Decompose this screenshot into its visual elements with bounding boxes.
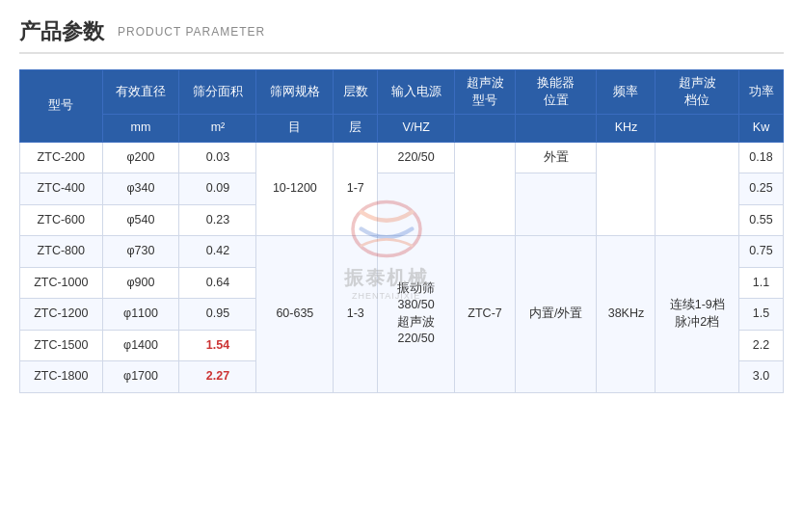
table-container: 振泰机械 ZHENTAIJIXIE 型号 有效直径 筛分面积 筛网规格 层数 输… — [19, 69, 784, 393]
th-gear-label: 超声波档位 — [656, 70, 739, 115]
th-ultrasonic-model-label: 超声波型号 — [455, 70, 516, 115]
td-transducer-pos: 内置/外置 — [515, 236, 597, 393]
th-layers-unit: 层 — [334, 115, 378, 143]
td-model: ZTC-400 — [20, 173, 103, 205]
th-power-unit: Kw — [739, 115, 784, 143]
th-diameter-unit: mm — [102, 115, 179, 143]
td-model: ZTC-1200 — [20, 299, 103, 331]
td-diameter: φ900 — [102, 267, 179, 299]
th-diameter-label: 有效直径 — [102, 70, 179, 115]
td-layers: 1-7 — [334, 142, 378, 236]
td-power: 0.75 — [739, 236, 784, 268]
th-freq-unit: KHz — [597, 115, 656, 143]
td-diameter: φ1400 — [102, 330, 179, 361]
product-table: 型号 有效直径 筛分面积 筛网规格 层数 输入电源 超声波型号 换能器位置 频率… — [19, 69, 784, 393]
th-power-input-label: 输入电源 — [378, 70, 455, 115]
td-area: 2.27 — [179, 361, 256, 393]
td-model: ZTC-800 — [20, 236, 103, 268]
td-power-input: 振动筛380/50超声波220/50 — [378, 236, 455, 393]
th-area-unit: m² — [179, 115, 256, 143]
td-power: 3.0 — [739, 361, 784, 393]
td-area: 0.03 — [179, 142, 256, 173]
td-power: 0.55 — [739, 204, 784, 236]
th-mesh-unit: 目 — [256, 115, 334, 143]
table-row: ZTC-200φ2000.0310-12001-7220/50外置0.18 — [20, 142, 784, 173]
table-row: ZTC-800φ7300.4260-6351-3振动筛380/50超声波220/… — [20, 236, 784, 268]
td-model: ZTC-1500 — [20, 330, 103, 361]
td-model: ZTC-600 — [20, 204, 103, 236]
td-model: ZTC-1800 — [20, 361, 103, 393]
td-diameter: φ1100 — [102, 299, 179, 331]
td-model: ZTC-1000 — [20, 267, 103, 299]
td-transducer-pos — [515, 173, 597, 236]
td-area: 1.54 — [179, 330, 256, 361]
th-layers-label: 层数 — [334, 70, 378, 115]
td-power: 1.5 — [739, 299, 784, 331]
th-power-label: 功率 — [739, 70, 784, 115]
td-power: 2.2 — [739, 330, 784, 361]
td-power: 0.25 — [739, 173, 784, 205]
td-diameter: φ540 — [102, 204, 179, 236]
th-power-input-unit: V/HZ — [378, 115, 455, 143]
td-freq — [597, 142, 656, 236]
td-diameter: φ200 — [102, 142, 179, 173]
th-transducer-unit — [515, 115, 597, 143]
td-power-input: 220/50 — [378, 142, 455, 173]
td-power-input — [378, 173, 455, 236]
page-title-en: PRODUCT PARAMETER — [118, 25, 265, 39]
td-area: 0.09 — [179, 173, 256, 205]
td-model: ZTC-200 — [20, 142, 103, 173]
td-area: 0.23 — [179, 204, 256, 236]
td-ultrasonic-gear: 连续1-9档脉冲2档 — [656, 236, 739, 393]
td-power: 0.18 — [739, 142, 784, 173]
td-mesh-spec: 60-635 — [256, 236, 334, 393]
td-ultrasonic-model — [455, 142, 516, 236]
th-freq-label: 频率 — [597, 70, 656, 115]
th-ultrasonic-model-unit — [455, 115, 516, 143]
td-diameter: φ340 — [102, 173, 179, 205]
td-layers: 1-3 — [334, 236, 378, 393]
td-area: 0.42 — [179, 236, 256, 268]
th-gear-unit — [656, 115, 739, 143]
td-ultrasonic-model: ZTC-7 — [455, 236, 516, 393]
td-area: 0.95 — [179, 299, 256, 331]
td-transducer-pos: 外置 — [515, 142, 597, 173]
td-ultrasonic-gear — [656, 142, 739, 236]
page-title-cn: 产品参数 — [19, 17, 104, 46]
th-mesh-label: 筛网规格 — [256, 70, 334, 115]
td-power: 1.1 — [739, 267, 784, 299]
th-area-label: 筛分面积 — [179, 70, 256, 115]
th-model: 型号 — [20, 70, 103, 143]
td-freq: 38KHz — [597, 236, 656, 393]
page-header: 产品参数 PRODUCT PARAMETER — [19, 17, 784, 54]
td-diameter: φ1700 — [102, 361, 179, 393]
th-transducer-label: 换能器位置 — [515, 70, 597, 115]
td-area: 0.64 — [179, 267, 256, 299]
td-diameter: φ730 — [102, 236, 179, 268]
page-wrapper: 产品参数 PRODUCT PARAMETER 振泰机械 ZHENTAIJIXIE — [0, 0, 803, 532]
td-mesh-spec: 10-1200 — [256, 142, 334, 236]
